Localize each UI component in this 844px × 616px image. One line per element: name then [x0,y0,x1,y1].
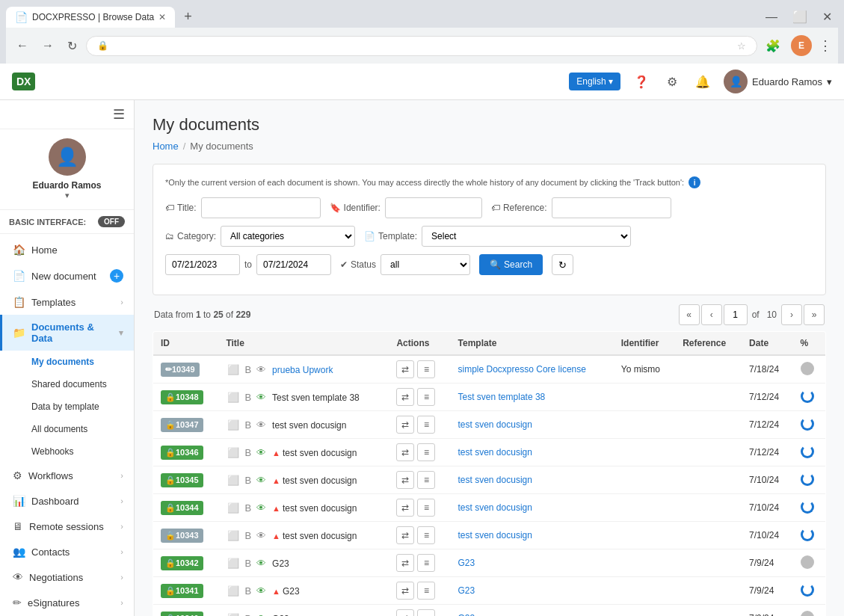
back-btn[interactable]: ← [12,36,33,55]
more-btn[interactable]: ≡ [417,609,435,616]
sidebar-item-templates[interactable]: 📋 Templates › [0,289,134,315]
more-btn[interactable]: ≡ [417,471,435,489]
sidebar-item-documents-data[interactable]: 📁 Documents & Data ▾ [0,315,134,351]
bookmark-btn[interactable]: B [243,612,253,617]
extensions-btn[interactable]: 🧩 [762,36,784,56]
tab-close-btn[interactable]: ✕ [158,12,166,22]
settings-btn[interactable]: ⚙ [662,72,682,92]
copy-btn[interactable]: ⬜ [226,529,241,543]
sidebar-item-contacts[interactable]: 👥 Contacts › [0,539,134,564]
share-btn[interactable]: ⇄ [396,471,414,489]
reference-input[interactable] [552,197,671,218]
copy-btn[interactable]: ⬜ [226,473,241,487]
template-link[interactable]: test sven docusign [458,447,532,458]
template-link[interactable]: test sven docusign [458,419,532,430]
notifications-btn[interactable]: 🔔 [691,72,715,92]
share-btn[interactable]: ⇄ [396,416,414,434]
id-badge[interactable]: ✏10349 [161,363,200,377]
sidebar-item-workflows[interactable]: ⚙ Workflows › [0,463,134,488]
title-link[interactable]: prueba Upwork [272,365,333,375]
copy-btn[interactable]: ⬜ [226,446,241,460]
browser-menu-btn[interactable]: ⋮ [819,37,832,54]
bookmark-btn[interactable]: B [243,446,253,460]
more-btn[interactable]: ≡ [417,499,435,517]
id-badge[interactable]: 🔒10345 [161,473,203,487]
bookmark-btn[interactable]: B [243,363,253,377]
browser-tab[interactable]: 📄 DOCXPRESSO | Browse Data ✕ [6,7,175,28]
id-badge[interactable]: 🔒10343 [161,529,203,543]
share-btn[interactable]: ⇄ [396,443,414,461]
sidebar-sub-my-documents[interactable]: My documents [21,351,134,373]
new-tab-button[interactable]: + [178,6,198,28]
sidebar-item-negotiations[interactable]: 👁 Negotiations › [0,564,134,590]
bookmark-btn[interactable]: B [243,556,253,570]
toggle-switch[interactable]: OFF [98,216,125,227]
view-btn[interactable]: 👁 [255,556,268,570]
refresh-button[interactable]: ↻ [552,254,573,275]
more-btn[interactable]: ≡ [417,443,435,461]
template-link[interactable]: test sven docusign [458,475,532,485]
share-btn[interactable]: ⇄ [396,360,414,378]
more-btn[interactable]: ≡ [417,360,435,378]
breadcrumb-home[interactable]: Home [153,141,179,152]
copy-btn[interactable]: ⬜ [226,556,241,570]
view-btn[interactable]: 👁 [255,446,268,460]
new-doc-plus-btn[interactable]: + [110,269,123,283]
sidebar-item-esignatures[interactable]: ✏ eSignatures › [0,590,134,615]
share-btn[interactable]: ⇄ [396,582,414,600]
sidebar-sub-webhooks[interactable]: Webhooks [21,440,134,463]
page-prev-btn[interactable]: ‹ [701,304,722,325]
copy-btn[interactable]: ⬜ [226,612,241,617]
close-btn[interactable]: ✕ [816,7,838,27]
reload-btn[interactable]: ↻ [63,36,81,56]
bookmark-btn[interactable]: B [243,529,253,543]
share-btn[interactable]: ⇄ [396,388,414,406]
bookmark-btn[interactable]: B [243,584,253,598]
minimize-btn[interactable]: — [760,7,783,27]
copy-btn[interactable]: ⬜ [226,363,241,377]
sidebar-toggle-btn[interactable]: ☰ [113,106,125,123]
template-link[interactable]: G23 [458,585,475,596]
sidebar-sub-data-by-template[interactable]: Data by template [21,395,134,418]
template-link[interactable]: G23 [458,558,475,568]
more-btn[interactable]: ≡ [417,582,435,600]
template-link[interactable]: test sven docusign [458,502,532,513]
share-btn[interactable]: ⇄ [396,526,414,544]
restore-btn[interactable]: ⬜ [786,7,813,27]
date-to-input[interactable] [256,254,331,275]
copy-btn[interactable]: ⬜ [226,418,241,432]
view-btn[interactable]: 👁 [255,473,268,487]
share-btn[interactable]: ⇄ [396,609,414,616]
more-btn[interactable]: ≡ [417,416,435,434]
user-menu[interactable]: 👤 Eduardo Ramos ▾ [724,70,832,93]
copy-btn[interactable]: ⬜ [226,584,241,598]
view-btn[interactable]: 👁 [255,390,268,404]
template-link[interactable]: G23 [458,613,475,616]
sidebar-user-toggle[interactable]: ▾ [65,191,70,200]
id-badge[interactable]: 🔒10341 [161,584,203,598]
id-badge[interactable]: 🔒10348 [161,390,203,404]
date-from-input[interactable] [165,254,240,275]
id-badge[interactable]: 🔒10344 [161,501,203,515]
sidebar-sub-all-documents[interactable]: All documents [21,418,134,440]
sidebar-item-home[interactable]: 🏠 Home [0,237,134,262]
page-current-input[interactable] [724,304,748,325]
view-btn[interactable]: 👁 [255,363,268,377]
id-badge[interactable]: 🔒10340 [161,612,203,617]
sidebar-item-new-document[interactable]: 📄 New document + [0,262,134,289]
page-next-btn[interactable]: › [781,304,802,325]
url-input[interactable]: testgit.pre.docxpresso.com/data/mydocs [113,40,733,52]
copy-btn[interactable]: ⬜ [226,501,241,515]
template-select[interactable]: Select [422,226,631,247]
identifier-input[interactable] [385,197,482,218]
share-btn[interactable]: ⇄ [396,554,414,572]
view-btn[interactable]: 👁 [255,584,268,598]
search-button[interactable]: 🔍 Search [479,254,543,275]
view-btn[interactable]: 👁 [255,501,268,515]
bookmark-btn[interactable]: B [243,501,253,515]
view-btn[interactable]: 👁 [255,529,268,543]
template-link[interactable]: Test sven template 38 [458,392,546,402]
sidebar-sub-shared-documents[interactable]: Shared documents [21,373,134,395]
forward-btn[interactable]: → [37,36,58,55]
view-btn[interactable]: 👁 [255,612,268,617]
